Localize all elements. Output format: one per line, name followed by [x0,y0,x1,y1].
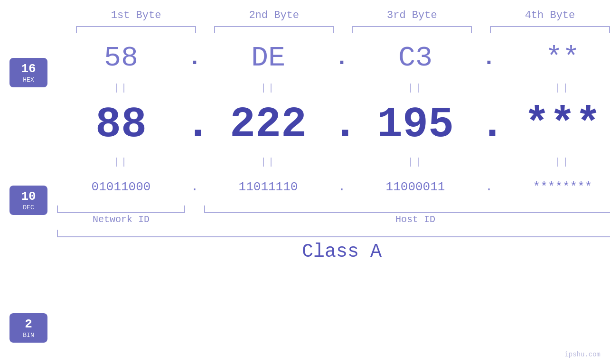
dec-val-3: 195 [377,101,454,149]
dec-dot-2: . [332,101,351,149]
hex-val-1: 58 [104,42,138,74]
dot-2: . [332,45,351,71]
byte-label-1: 1st Byte [76,9,196,21]
top-bracket-1 [76,26,196,33]
bin-val-2: 11011110 [239,180,298,194]
bottom-brackets [57,205,610,213]
dot-1: . [185,45,204,71]
byte-label-2: 2nd Byte [214,9,334,21]
eq2-4: || [498,157,610,168]
equals-row-1: || || || || [57,79,610,96]
bin-val-4: ******** [533,180,592,194]
network-id-label: Network ID [57,214,185,225]
host-id-label: Host ID [204,214,610,225]
hex-val-2: DE [251,42,285,74]
eq1-3: || [351,83,479,93]
top-bracket-2 [214,26,334,33]
dec-row: 88 . 222 . 195 . *** [57,96,610,153]
dec-dot-3: . [479,101,498,149]
dec-dot-1: . [185,101,204,149]
eq2-3: || [351,157,479,168]
top-bracket-4 [490,26,610,33]
eq2-1: || [57,157,185,168]
dec-val-2: 222 [230,101,307,149]
hex-val-3: C3 [398,42,432,74]
watermark: ipshu.com [564,351,601,358]
eq1-1: || [57,83,185,93]
base-badges: 16 HEX 10 DEC 2 BIN [0,37,57,364]
bin-dot-2: . [332,180,351,194]
dec-badge: 10 DEC [9,186,47,215]
header-row: 1st Byte 2nd Byte 3rd Byte 4th Byte [0,9,610,21]
class-bracket [57,230,610,237]
bin-dot-1: . [185,180,204,194]
eq1-2: || [204,83,332,93]
top-bracket-3 [352,26,472,33]
hex-val-4: ** [545,42,580,74]
host-bracket [204,205,610,213]
main-container: 1st Byte 2nd Byte 3rd Byte 4th Byte 16 H… [0,0,610,364]
dot-3: . [479,45,498,71]
id-labels: Network ID Host ID [57,214,610,225]
byte-label-3: 3rd Byte [352,9,472,21]
dec-val-4: *** [524,101,601,149]
network-bracket [57,205,185,213]
byte-label-4: 4th Byte [490,9,610,21]
equals-row-2: || || || || [57,153,610,170]
class-label: Class A [57,237,610,262]
bin-val-3: 11000011 [386,180,445,194]
hex-row: 58 . DE . C3 . ** [57,37,610,79]
dec-val-1: 88 [95,101,147,149]
eq1-4: || [498,83,610,93]
bin-dot-3: . [479,180,498,194]
bin-badge: 2 BIN [9,313,47,343]
bin-val-1: 01011000 [92,180,151,194]
bin-row: 01011000 . 11011110 . 11000011 . *******… [57,170,610,204]
eq2-2: || [204,157,332,168]
hex-badge: 16 HEX [9,58,47,87]
